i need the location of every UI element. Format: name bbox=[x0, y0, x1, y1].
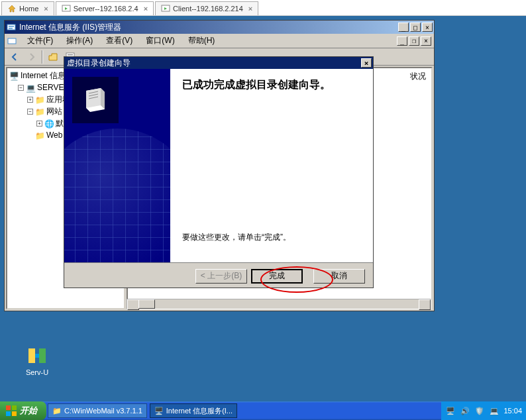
vm-icon bbox=[62, 4, 71, 13]
folder-icon: 📁 bbox=[34, 95, 45, 105]
close-button[interactable]: × bbox=[422, 23, 433, 32]
book-icon bbox=[72, 77, 119, 123]
close-icon[interactable]: × bbox=[44, 5, 48, 13]
svg-rect-5 bbox=[8, 38, 16, 44]
menu-bar: 文件(F) 操作(A) 查看(V) 窗口(W) 帮助(H) _ ❐ × bbox=[5, 34, 434, 48]
close-icon[interactable]: × bbox=[248, 5, 252, 13]
iis-icon: 🖥️ bbox=[154, 407, 164, 415]
menu-view[interactable]: 查看(V) bbox=[103, 34, 135, 48]
menu-window[interactable]: 窗口(W) bbox=[143, 34, 177, 48]
expand-icon[interactable]: + bbox=[27, 97, 33, 103]
tab-label: Server--192.168.2.4 bbox=[74, 5, 138, 13]
back-button[interactable] bbox=[7, 50, 22, 64]
tab-label: Client--192.168.2.214 bbox=[173, 5, 243, 13]
desktop-icon-servu[interactable]: Serv-U bbox=[19, 344, 56, 376]
folder-icon: 📁 bbox=[34, 107, 45, 117]
tab-home[interactable]: Home × bbox=[1, 1, 54, 15]
svg-rect-16 bbox=[12, 411, 17, 416]
tab-client[interactable]: Client--192.168.2.214 × bbox=[155, 1, 258, 15]
cancel-button[interactable]: 取消 bbox=[313, 269, 365, 284]
wizard-sidebar bbox=[64, 69, 170, 262]
svg-rect-13 bbox=[6, 405, 11, 410]
svg-rect-11 bbox=[39, 348, 46, 363]
system-tray[interactable]: 🖥️ 🔊 🛡️ 💻 15:04 bbox=[441, 401, 526, 420]
close-icon[interactable]: × bbox=[144, 5, 148, 13]
tray-icon[interactable]: 💻 bbox=[489, 405, 500, 416]
vm-icon bbox=[161, 4, 170, 13]
svg-rect-4 bbox=[9, 28, 13, 29]
taskbar-item[interactable]: 🖥️ Internet 信息服务(I... bbox=[150, 403, 237, 418]
taskbar-item-label: C:\WinWebMail v3.7.1.1 bbox=[64, 407, 142, 415]
globe-graphic bbox=[64, 129, 170, 262]
separator bbox=[42, 50, 43, 64]
wizard-note: 要做这些更改，请单击“完成”。 bbox=[182, 232, 291, 243]
servu-icon bbox=[26, 344, 48, 367]
virtual-directory-wizard: 虚拟目录创建向导 × 已成功完成虚拟目录创建向导。 要做这些更改，请单击“完成”… bbox=[64, 56, 374, 288]
svg-rect-3 bbox=[9, 26, 14, 27]
back-button: < 上一步(B) bbox=[195, 269, 247, 284]
wizard-title-text: 虚拟目录创建向导 bbox=[67, 58, 131, 69]
window-title: Internet 信息服务 (IIS)管理器 bbox=[19, 22, 398, 33]
mdi-close-button[interactable]: × bbox=[421, 36, 431, 46]
clock[interactable]: 15:04 bbox=[503, 407, 522, 415]
horizontal-scrollbar[interactable] bbox=[127, 299, 431, 309]
tray-icon[interactable]: 🛡️ bbox=[474, 405, 485, 416]
browser-tab-strip: Home × Server--192.168.2.4 × Client--192… bbox=[0, 0, 526, 16]
taskbar-item-label: Internet 信息服务(I... bbox=[166, 406, 233, 416]
mdi-minimize-button[interactable]: _ bbox=[397, 36, 407, 46]
up-button[interactable] bbox=[46, 50, 60, 64]
wizard-heading: 已成功完成虚拟目录创建向导。 bbox=[182, 78, 361, 92]
scrollbar-thumb[interactable] bbox=[138, 299, 155, 309]
maximize-button[interactable]: □ bbox=[410, 23, 421, 32]
forward-button[interactable] bbox=[25, 50, 39, 64]
close-button[interactable]: × bbox=[361, 58, 372, 68]
svg-rect-15 bbox=[6, 411, 11, 416]
collapse-icon[interactable]: − bbox=[27, 109, 33, 115]
tray-icon[interactable]: 🖥️ bbox=[445, 405, 456, 416]
mdi-restore-button[interactable]: ❐ bbox=[409, 36, 419, 46]
globe-icon: 🌐 bbox=[44, 119, 54, 129]
tree-label: 网站 bbox=[46, 106, 62, 117]
tab-label: Home bbox=[19, 5, 38, 13]
app-icon bbox=[7, 36, 17, 46]
start-label: 开始 bbox=[20, 405, 37, 417]
server-icon: 🖥️ bbox=[9, 72, 19, 81]
menu-help[interactable]: 帮助(H) bbox=[185, 34, 218, 48]
collapse-icon[interactable]: − bbox=[18, 85, 24, 91]
svg-rect-7 bbox=[68, 54, 73, 56]
finish-button[interactable]: 完成 bbox=[251, 269, 303, 284]
tray-icon[interactable]: 🔊 bbox=[460, 405, 470, 416]
iis-icon bbox=[6, 22, 17, 32]
menu-file[interactable]: 文件(F) bbox=[25, 34, 56, 48]
computer-icon: 💻 bbox=[25, 83, 36, 93]
folder-icon: 📁 bbox=[52, 407, 62, 415]
column-header: 状况 bbox=[410, 71, 426, 82]
tab-server[interactable]: Server--192.168.2.4 × bbox=[56, 1, 154, 15]
taskbar: 开始 📁 C:\WinWebMail v3.7.1.1 🖥️ Internet … bbox=[0, 401, 526, 420]
desktop-icon-label: Serv-U bbox=[19, 368, 56, 376]
wizard-button-row: < 上一步(B) 完成 取消 bbox=[64, 262, 373, 289]
folder-icon: 📁 bbox=[34, 131, 45, 140]
start-button[interactable]: 开始 bbox=[0, 401, 46, 420]
wizard-title-bar[interactable]: 虚拟目录创建向导 × bbox=[64, 57, 373, 69]
svg-rect-10 bbox=[28, 348, 35, 363]
svg-rect-2 bbox=[7, 25, 15, 30]
svg-rect-12 bbox=[35, 354, 39, 358]
menu-action[interactable]: 操作(A) bbox=[64, 34, 95, 48]
home-icon bbox=[7, 4, 17, 13]
windows-logo-icon bbox=[5, 405, 17, 417]
expand-icon[interactable]: + bbox=[36, 121, 42, 127]
taskbar-item[interactable]: 📁 C:\WinWebMail v3.7.1.1 bbox=[48, 403, 147, 418]
title-bar[interactable]: Internet 信息服务 (IIS)管理器 _ □ × bbox=[5, 21, 434, 34]
svg-rect-14 bbox=[12, 405, 17, 410]
minimize-button[interactable]: _ bbox=[398, 23, 409, 32]
